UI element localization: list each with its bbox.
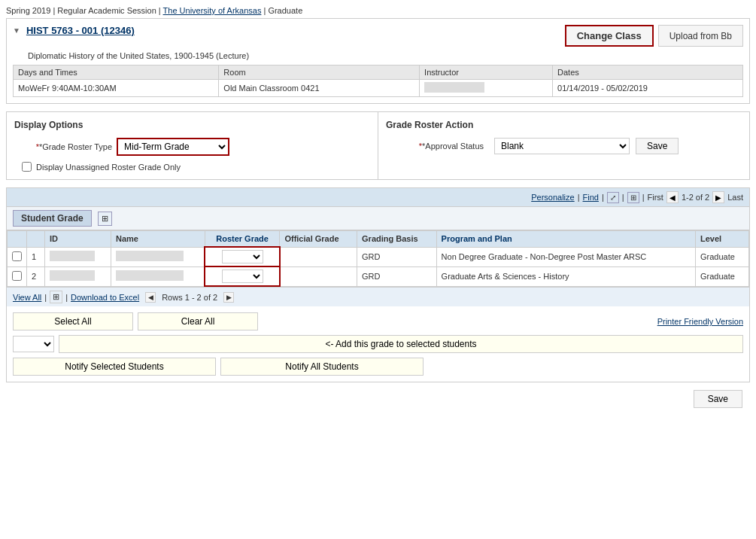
row2-name-cell — [111, 266, 205, 286]
notify-selected-button[interactable]: Notify Selected Students — [13, 358, 216, 376]
row1-id-cell — [45, 247, 111, 266]
col-official-grade-header: Official Grade — [280, 231, 357, 248]
breadcrumb-part-0: Spring 2019 — [6, 6, 50, 15]
row2-level-cell: Graduate — [695, 266, 748, 286]
row1-official-grade-cell — [280, 247, 357, 266]
breadcrumb: Spring 2019 | Regular Academic Session |… — [6, 6, 750, 15]
approval-status-row: **Approval Status Blank Approved Not Rev… — [386, 138, 742, 154]
row1-roster-grade-cell — [205, 247, 280, 266]
add-grade-select[interactable] — [13, 336, 54, 352]
grade-roster-save-button[interactable]: Save — [636, 138, 679, 154]
col-grading-basis-header: Grading Basis — [357, 231, 437, 248]
first-label: First — [648, 193, 663, 202]
col-instructor: Instructor — [420, 65, 553, 80]
cell-room: Old Main Classroom 0421 — [219, 80, 420, 97]
student-grade-tab[interactable]: Student Grade — [13, 210, 92, 227]
select-clear-row: Select All Clear All Printer Friendly Ve… — [13, 312, 743, 330]
notify-all-button[interactable]: Notify All Students — [220, 358, 424, 376]
row1-checkbox-cell — [8, 247, 27, 266]
approval-status-label: **Approval Status — [386, 142, 484, 151]
row1-grading-basis-cell: GRD — [357, 247, 437, 266]
class-dropdown-arrow[interactable]: ▼ — [13, 26, 20, 35]
col-name-header: Name — [111, 231, 205, 248]
class-info-row: MoWeFr 9:40AM-10:30AM Old Main Classroom… — [14, 80, 743, 97]
row2-roster-grade-select[interactable] — [222, 270, 263, 283]
sg-table-header-row: ID Name Roster Grade Official Grade Grad… — [8, 231, 749, 248]
col-room: Room — [219, 65, 420, 80]
row1-name-redacted — [116, 251, 184, 261]
cell-instructor — [420, 80, 553, 97]
table-row: 1 GRD Non Degree Graduate - Non-Degree P… — [8, 247, 749, 266]
unassigned-label: Display Unassigned Roster Grade Only — [36, 163, 181, 172]
row2-checkbox-cell — [8, 266, 27, 286]
clear-all-button[interactable]: Clear All — [138, 312, 258, 330]
col-checkbox-header — [8, 231, 27, 248]
row2-id-redacted — [50, 270, 95, 281]
prev-page-button[interactable]: ◀ — [666, 191, 679, 203]
student-grade-table: ID Name Roster Grade Official Grade Grad… — [7, 230, 749, 287]
row1-id-redacted — [50, 251, 95, 261]
upload-from-bb-button[interactable]: Upload from Bb — [658, 25, 743, 47]
row2-checkbox[interactable] — [12, 271, 22, 281]
class-header: ▼ HIST 5763 - 001 (12346) Change Class U… — [6, 18, 750, 104]
printer-friendly-link[interactable]: Printer Friendly Version — [657, 317, 743, 326]
display-options-panel: Display Options **Grade Roster Type Mid-… — [7, 112, 378, 179]
next-page-button[interactable]: ▶ — [712, 191, 724, 203]
row1-level-cell: Graduate — [695, 247, 748, 266]
sg-toolbar: Personalize | Find | ⤢ | ⊞ | First ◀ 1-2… — [7, 188, 749, 207]
select-all-button[interactable]: Select All — [13, 312, 133, 330]
row1-checkbox[interactable] — [12, 251, 22, 261]
col-num-header — [27, 231, 45, 248]
sg-footer: View All | ⊞ | Download to Excel ◀ Rows … — [7, 287, 749, 306]
find-link[interactable]: Find — [583, 193, 599, 202]
unassigned-checkbox[interactable] — [22, 162, 32, 172]
row2-num-cell: 2 — [27, 266, 45, 286]
pagination-info: 1-2 of 2 — [682, 193, 709, 202]
class-title: Diplomatic History of the United States,… — [28, 51, 743, 60]
row2-roster-grade-cell — [205, 266, 280, 286]
display-options-title: Display Options — [14, 120, 370, 130]
footer-prev-btn[interactable]: ◀ — [145, 292, 156, 303]
view-all-link[interactable]: View All — [13, 293, 41, 302]
row2-name-redacted — [116, 270, 184, 281]
student-grade-section: Personalize | Find | ⤢ | ⊞ | First ◀ 1-2… — [6, 187, 750, 382]
grade-roster-type-label: **Grade Roster Type — [14, 142, 112, 151]
toolbar-icon-1[interactable]: ⤢ — [607, 192, 619, 203]
cell-days-times: MoWeFr 9:40AM-10:30AM — [14, 80, 219, 97]
add-grade-button[interactable]: <- Add this grade to selected students — [59, 335, 743, 353]
page-save-button[interactable]: Save — [694, 390, 742, 408]
breadcrumb-part-1: Regular Academic Session — [57, 6, 156, 15]
row1-roster-grade-select[interactable] — [222, 250, 263, 263]
col-id-header: ID — [45, 231, 111, 248]
row1-name-cell — [111, 247, 205, 266]
grade-roster-action-panel: Grade Roster Action **Approval Status Bl… — [378, 112, 749, 179]
add-grade-row: <- Add this grade to selected students — [13, 335, 743, 353]
col-days-times: Days and Times — [14, 65, 219, 80]
personalize-link[interactable]: Personalize — [531, 193, 574, 202]
approval-status-select[interactable]: Blank Approved Not Reviewed Ready — [494, 138, 630, 154]
footer-next-btn[interactable]: ▶ — [223, 292, 234, 303]
instructor-redacted — [424, 82, 484, 93]
class-info-table: Days and Times Room Instructor Dates MoW… — [13, 65, 743, 97]
notify-row: Notify Selected Students Notify All Stud… — [13, 358, 743, 376]
change-class-button[interactable]: Change Class — [565, 25, 654, 47]
tab-icon[interactable]: ⊞ — [98, 212, 112, 226]
grade-roster-action-title: Grade Roster Action — [386, 120, 742, 130]
toolbar-icon-2[interactable]: ⊞ — [627, 192, 639, 203]
last-label: Last — [727, 193, 743, 202]
col-program-plan-header: Program and Plan — [436, 231, 695, 248]
grade-roster-type-select[interactable]: Mid-Term Grade Final Grade — [117, 138, 229, 156]
sg-actions: Select All Clear All Printer Friendly Ve… — [7, 306, 749, 382]
footer-icon[interactable]: ⊞ — [50, 291, 62, 303]
col-dates: Dates — [553, 65, 743, 80]
row1-program-plan-cell: Non Degree Graduate - Non-Degree Post Ma… — [436, 247, 695, 266]
col-level-header: Level — [695, 231, 748, 248]
row2-grading-basis-cell: GRD — [357, 266, 437, 286]
breadcrumb-part-3: Graduate — [268, 6, 302, 15]
breadcrumb-part-2[interactable]: The University of Arkansas — [163, 6, 262, 15]
table-row: 2 GRD Graduate Arts & Sciences - History… — [8, 266, 749, 286]
rows-info: Rows 1 - 2 of 2 — [162, 293, 217, 302]
download-excel-link[interactable]: Download to Excel — [71, 293, 139, 302]
row2-official-grade-cell — [280, 266, 357, 286]
class-link[interactable]: HIST 5763 - 001 (12346) — [26, 25, 135, 36]
